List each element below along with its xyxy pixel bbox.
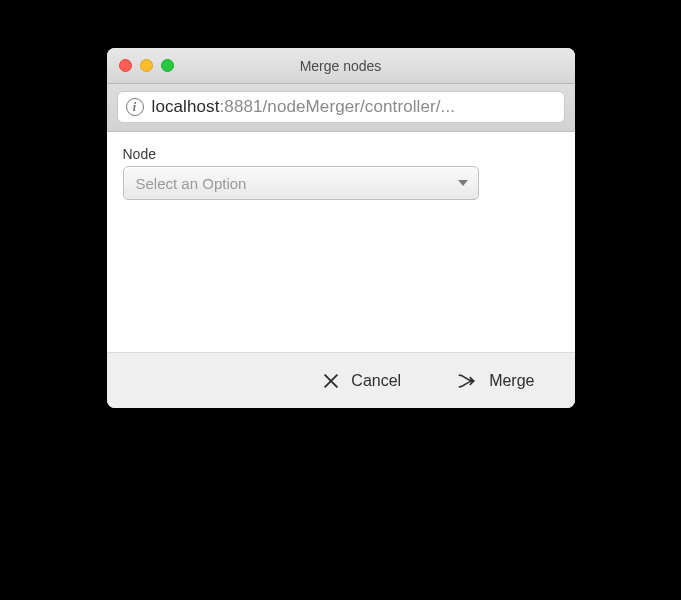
url-path: :8881/nodeMerger/controller/...	[220, 97, 456, 116]
titlebar[interactable]: Merge nodes	[107, 48, 575, 84]
cancel-label: Cancel	[351, 372, 401, 390]
cancel-button[interactable]: Cancel	[323, 372, 401, 390]
url-host: localhost	[152, 97, 220, 116]
node-select[interactable]: Select an Option	[123, 166, 479, 200]
node-select-placeholder: Select an Option	[136, 175, 247, 192]
toolbar: i localhost:8881/nodeMerger/controller/.…	[107, 84, 575, 132]
page-content: Node Select an Option	[107, 132, 575, 352]
merge-label: Merge	[489, 372, 534, 390]
traffic-lights	[107, 59, 174, 72]
dialog-footer: Cancel Merge	[107, 352, 575, 408]
window-title: Merge nodes	[107, 58, 575, 74]
site-info-icon[interactable]: i	[126, 98, 144, 116]
merge-icon	[457, 371, 477, 391]
url-display: localhost:8881/nodeMerger/controller/...	[152, 97, 456, 117]
close-window-button[interactable]	[119, 59, 132, 72]
node-label: Node	[123, 146, 559, 162]
address-bar[interactable]: i localhost:8881/nodeMerger/controller/.…	[117, 91, 565, 123]
close-icon	[323, 373, 339, 389]
browser-window: Merge nodes i localhost:8881/nodeMerger/…	[107, 48, 575, 408]
chevron-down-icon	[458, 180, 468, 186]
zoom-window-button[interactable]	[161, 59, 174, 72]
merge-button[interactable]: Merge	[457, 371, 534, 391]
minimize-window-button[interactable]	[140, 59, 153, 72]
